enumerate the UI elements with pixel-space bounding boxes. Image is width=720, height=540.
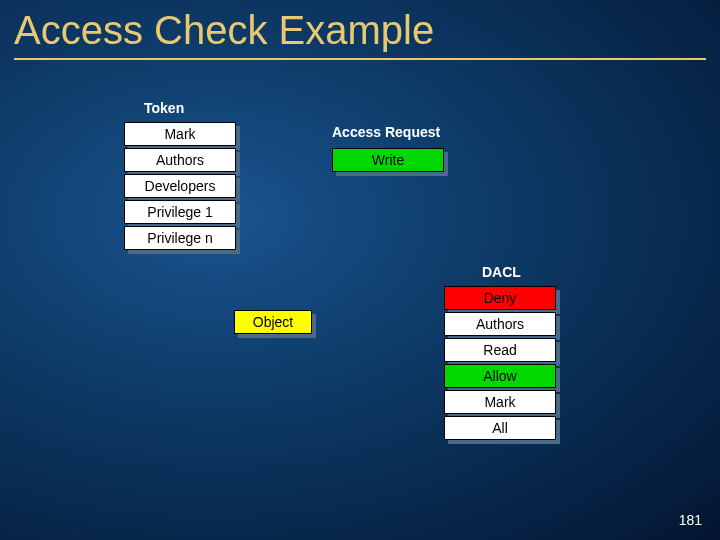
token-item-authors: Authors [124,148,236,172]
access-request-label: Access Request [332,124,440,140]
dacl-entry-allow: Allow [444,364,556,388]
slide-title: Access Check Example [14,8,434,53]
access-request-value: Write [332,148,444,172]
title-underline [14,58,706,60]
dacl-entry-read: Read [444,338,556,362]
token-item-privilege-n: Privilege n [124,226,236,250]
dacl-label: DACL [482,264,521,280]
object-box: Object [234,310,312,334]
page-number: 181 [679,512,702,528]
token-label: Token [144,100,184,116]
token-item-privilege-1: Privilege 1 [124,200,236,224]
dacl-entry-deny: Deny [444,286,556,310]
token-item-mark: Mark [124,122,236,146]
dacl-entry-all: All [444,416,556,440]
dacl-entry-mark: Mark [444,390,556,414]
dacl-entry-authors: Authors [444,312,556,336]
token-item-developers: Developers [124,174,236,198]
